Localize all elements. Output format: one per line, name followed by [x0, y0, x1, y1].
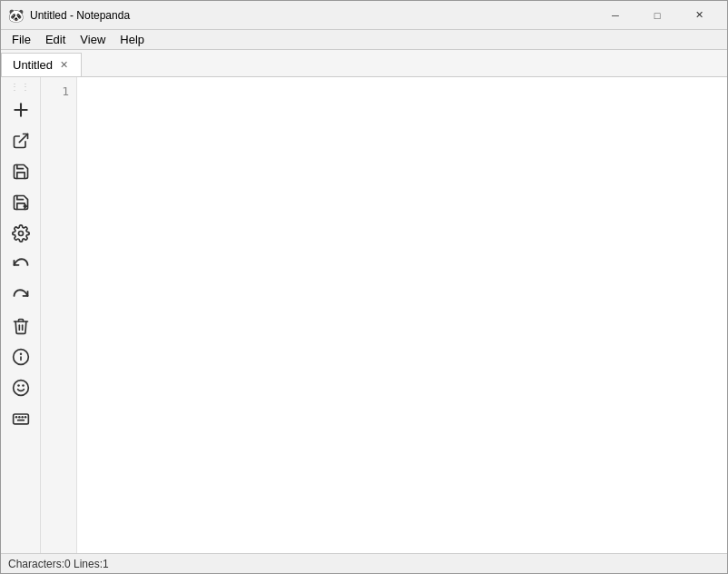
delete-button[interactable] [5, 312, 36, 341]
app-icon: 🐼 [8, 8, 23, 23]
tab-untitled[interactable]: Untitled ✕ [1, 53, 82, 76]
redo-button[interactable] [5, 281, 36, 310]
menu-bar: File Edit View Help [1, 30, 727, 50]
save-icon [12, 163, 30, 181]
save-button[interactable] [5, 157, 36, 186]
new-file-button[interactable] [5, 95, 36, 124]
close-button[interactable]: ✕ [678, 1, 720, 30]
tab-bar: Untitled ✕ [1, 50, 727, 77]
undo-icon [12, 255, 30, 273]
svg-line-2 [19, 134, 27, 143]
tab-close-button[interactable]: ✕ [58, 59, 70, 71]
menu-help[interactable]: Help [113, 30, 152, 49]
menu-view[interactable]: View [73, 30, 113, 49]
svg-point-9 [13, 381, 28, 396]
line-numbers: 1 [41, 77, 77, 553]
keyboard-icon [12, 410, 30, 428]
info-icon [12, 348, 30, 366]
svg-point-5 [18, 232, 23, 236]
sidebar-drag-handle[interactable]: ⋮⋮ [1, 79, 40, 94]
menu-file[interactable]: File [5, 30, 38, 49]
undo-button[interactable] [5, 250, 36, 279]
editor-content[interactable] [77, 77, 727, 553]
main-area: ⋮⋮ [1, 77, 727, 553]
editor-area: 1 [41, 77, 727, 553]
open-icon [12, 132, 30, 150]
tab-label: Untitled [13, 58, 53, 72]
status-bar: Characters:0 Lines:1 [1, 553, 727, 573]
keyboard-button[interactable] [5, 404, 36, 433]
save-as-button[interactable] [5, 188, 36, 217]
title-bar-text: Untitled - Notepanda [30, 9, 587, 22]
title-bar-controls: ─ □ ✕ [595, 1, 720, 30]
save-as-icon [12, 193, 30, 212]
face-button[interactable] [5, 373, 36, 402]
info-button[interactable] [5, 342, 36, 371]
settings-button[interactable] [5, 219, 36, 248]
open-file-button[interactable] [5, 126, 36, 155]
minimize-button[interactable]: ─ [595, 1, 636, 30]
plus-icon [12, 101, 30, 119]
status-text: Characters:0 Lines:1 [8, 558, 109, 570]
line-number-1: 1 [41, 83, 76, 102]
maximize-button[interactable]: □ [636, 1, 678, 30]
trash-icon [12, 317, 30, 335]
gear-icon [12, 224, 30, 242]
redo-icon [12, 286, 30, 304]
title-bar: 🐼 Untitled - Notepanda ─ □ ✕ [1, 1, 727, 30]
svg-rect-12 [13, 414, 28, 424]
sidebar: ⋮⋮ [1, 77, 41, 553]
face-icon [12, 379, 30, 397]
menu-edit[interactable]: Edit [38, 30, 73, 49]
